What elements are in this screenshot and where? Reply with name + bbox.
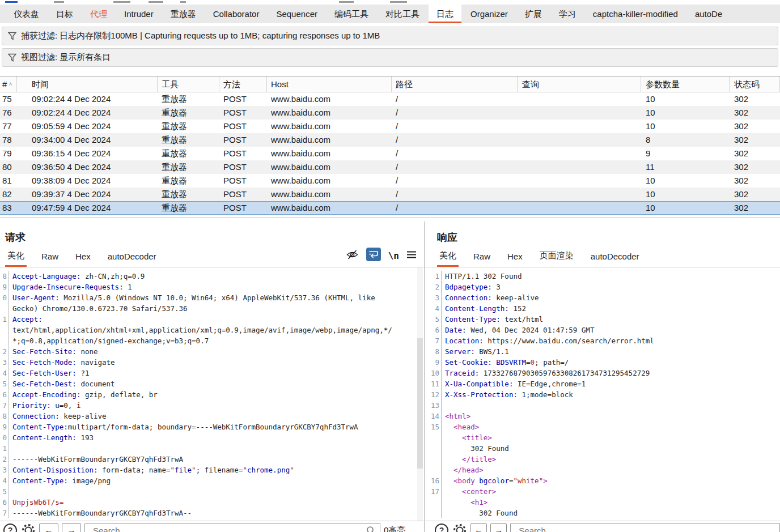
column-header[interactable]: 时间	[17, 76, 158, 92]
table-cell: 重放器	[158, 92, 219, 106]
hide-nonprintable-icon[interactable]	[346, 249, 359, 262]
table-row[interactable]: 7709:05:59 4 Dec 2024重放器POSTwww.baidu.co…	[0, 120, 780, 133]
horizontal-splitter[interactable]	[0, 218, 780, 218]
editor-menu-icon[interactable]	[406, 250, 417, 261]
column-header[interactable]: 路径	[392, 76, 518, 92]
line-number: 1	[0, 443, 9, 454]
table-row[interactable]: 8309:47:59 4 Dec 2024重放器POSTwww.baidu.co…	[0, 201, 780, 215]
menu-item-logger[interactable]: 日志	[429, 5, 461, 23]
request-tab-raw[interactable]: Raw	[39, 252, 61, 267]
response-tab-raw[interactable]: Raw	[471, 252, 493, 267]
column-header[interactable]: 工具	[158, 76, 219, 92]
menu-item-sequencer[interactable]: Sequencer	[268, 5, 325, 23]
column-header[interactable]: #∧	[0, 76, 17, 92]
column-header[interactable]: 方法	[219, 76, 267, 92]
line-number	[425, 465, 442, 475]
request-tab-hex[interactable]: Hex	[73, 252, 93, 267]
table-row[interactable]: 8209:39:37 4 Dec 2024重放器POSTwww.baidu.co…	[0, 188, 780, 201]
back-icon[interactable]: ←	[470, 523, 487, 532]
table-row[interactable]: 7609:02:24 4 Dec 2024重放器POSTwww.baidu.co…	[0, 106, 780, 120]
menu-item-intruder[interactable]: Intruder	[116, 5, 162, 23]
code-text: </title>	[442, 454, 496, 465]
menu-item-decoder[interactable]: 编码工具	[327, 5, 376, 23]
table-cell: POST	[219, 160, 267, 174]
clipped-text-fragment	[54, 1, 64, 3]
response-editor-tabs: 美化RawHex页面渲染autoDecoder	[425, 250, 780, 267]
table-row[interactable]: 8109:38:09 4 Dec 2024重放器POSTwww.baidu.co…	[0, 174, 780, 188]
table-cell: 82	[0, 188, 17, 201]
forward-icon[interactable]: →	[490, 523, 507, 532]
request-tab-pretty[interactable]: 美化	[5, 250, 27, 267]
column-header[interactable]: 状态码	[730, 76, 780, 92]
menu-item-organizer[interactable]: Organizer	[463, 5, 516, 23]
line-number: 8	[0, 271, 9, 282]
code-text: Sec-Fetch-User: ?1	[9, 368, 89, 378]
column-header[interactable]: 参数数量	[641, 76, 730, 92]
code-line: 8Accept-Language: zh-CN,zh;q=0.9	[0, 271, 423, 282]
vertical-splitter[interactable]	[424, 222, 425, 532]
response-tab-pretty[interactable]: 美化	[437, 250, 459, 267]
code-line: 4Sec-Fetch-User: ?1	[0, 368, 423, 378]
pretty-print-toggle-icon[interactable]	[366, 248, 381, 263]
help-icon[interactable]: ?	[434, 523, 449, 532]
filter-funnel-icon	[8, 53, 16, 62]
menu-item-extensions[interactable]: 扩展	[517, 5, 550, 23]
code-text: Accept-Encoding: gzip, deflate, br	[9, 389, 158, 400]
code-line: 9Upgrade-Insecure-Requests: 1	[0, 282, 423, 292]
code-text: 302 Found	[442, 508, 518, 518]
table-cell: /	[392, 147, 518, 160]
search-input[interactable]	[92, 525, 366, 532]
menu-item-comparer[interactable]: 对比工具	[378, 5, 427, 23]
code-line: 3Content-Disposition: form-data; name="f…	[0, 465, 423, 475]
settings-gear-icon[interactable]	[452, 523, 467, 532]
response-tab-autodecoder[interactable]: autoDecoder	[588, 252, 642, 267]
table-cell: 302	[730, 174, 780, 188]
table-row[interactable]: 7909:36:15 4 Dec 2024重放器POSTwww.baidu.co…	[0, 147, 780, 160]
column-header[interactable]: 查询	[518, 76, 641, 92]
line-number: 1	[425, 271, 442, 282]
help-icon[interactable]: ?	[3, 523, 18, 532]
code-line: 302 Found	[425, 508, 780, 518]
column-header[interactable]: Host	[267, 76, 392, 92]
request-scrollbar[interactable]	[417, 267, 423, 521]
forward-icon[interactable]: →	[62, 523, 81, 532]
menu-item-target[interactable]: 目标	[48, 5, 81, 23]
request-panel-title: 请求	[0, 222, 423, 250]
menu-item-captcha-killer-modified[interactable]: captcha-killer-modified	[585, 5, 686, 23]
table-row[interactable]: 7509:02:24 4 Dec 2024重放器POSTwww.baidu.co…	[0, 92, 780, 106]
response-tab-hex[interactable]: Hex	[505, 252, 525, 267]
menu-item-dashboard[interactable]: 仪表盘	[6, 5, 47, 23]
menu-item-collaborator[interactable]: Collaborator	[205, 5, 268, 23]
menu-item-proxy[interactable]: 代理	[82, 5, 115, 23]
settings-gear-icon[interactable]	[21, 523, 36, 532]
svg-text:?: ?	[8, 526, 13, 532]
response-tab-render[interactable]: 页面渲染	[537, 250, 576, 267]
request-tab-autodecoder[interactable]: autoDecoder	[105, 252, 159, 267]
code-line: 13	[425, 400, 780, 411]
table-row[interactable]: 8009:36:50 4 Dec 2024重放器POSTwww.baidu.co…	[0, 160, 780, 174]
table-cell	[518, 188, 641, 201]
code-text: Content-Length: 193	[9, 432, 94, 443]
request-scrollbar-thumb[interactable]	[417, 338, 423, 469]
table-cell: www.baidu.com	[267, 106, 392, 120]
code-text: HTTP/1.1 302 Found	[442, 271, 522, 282]
back-icon[interactable]: ←	[39, 523, 58, 532]
table-cell: 10	[641, 120, 730, 133]
line-number: 3	[0, 465, 9, 475]
menu-item-autodecoder[interactable]: autoDe	[687, 5, 730, 23]
table-cell: POST	[219, 174, 267, 188]
code-line: 4Content-Length: 152	[425, 303, 780, 314]
clipped-text-fragment	[390, 1, 407, 3]
search-input[interactable]	[518, 525, 766, 532]
menu-item-repeater[interactable]: 重放器	[163, 5, 204, 23]
menu-item-learn[interactable]: 学习	[551, 5, 584, 23]
table-cell: 302	[730, 120, 780, 133]
code-line: Gecko) Chrome/130.0.6723.70 Safari/537.3…	[0, 303, 423, 314]
request-editor[interactable]: 8Accept-Language: zh-CN,zh;q=0.99Upgrade…	[0, 267, 423, 521]
response-search-box	[510, 523, 780, 532]
newline-toggle-icon[interactable]: \n	[388, 250, 399, 261]
table-row[interactable]: 7809:34:00 4 Dec 2024重放器POSTwww.baidu.co…	[0, 133, 780, 147]
response-editor[interactable]: 1HTTP/1.1 302 Found2Bdpagetype: 33Connec…	[425, 267, 780, 521]
view-filter-bar[interactable]: 视图过滤: 显示所有条目	[2, 48, 778, 67]
capture-filter-bar[interactable]: 捕获过滤: 日志内存限制100MB | Capturing requests u…	[2, 27, 778, 45]
